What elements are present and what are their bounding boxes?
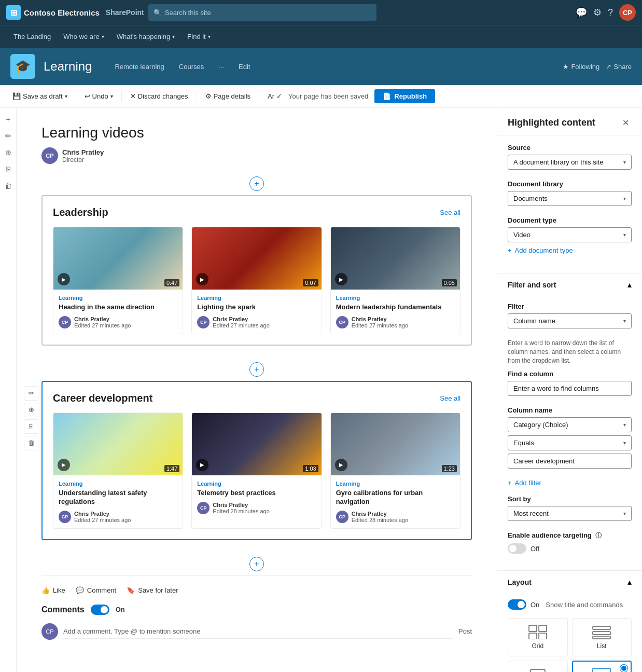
video-card[interactable]: ▶ 1:03 Learning Telemetry best practices… xyxy=(191,413,322,529)
settings-icon[interactable]: ⚙ xyxy=(593,7,602,18)
ar-button[interactable]: Ar ✓ xyxy=(263,90,286,102)
video-author: CP Chris Pratley Edited 27 minutes ago xyxy=(59,511,177,523)
search-input[interactable] xyxy=(165,9,371,17)
edit-section-button[interactable]: ✏ xyxy=(24,386,38,401)
main-container: + ✏ ⊕ ⎘ 🗑 Learning videos CP Chris Pratl… xyxy=(0,108,642,672)
filter-sort-header[interactable]: Filter and sort ▴ xyxy=(497,273,642,296)
move-icon[interactable]: ⊕ xyxy=(1,145,16,160)
play-button[interactable]: ▶ xyxy=(196,273,208,285)
comments-toggle[interactable] xyxy=(91,605,109,615)
save-later-button[interactable]: 🔖 Save for later xyxy=(127,586,178,594)
right-panel: Highlighted content ✕ Source A document … xyxy=(497,108,642,672)
chat-icon[interactable]: 💬 xyxy=(576,7,587,18)
add-filter-button[interactable]: + Add filter xyxy=(508,479,632,487)
sitenav2-courses[interactable]: Courses xyxy=(173,60,210,74)
doc-type-dropdown[interactable]: Video ▾ xyxy=(508,227,632,242)
close-button[interactable]: ✕ xyxy=(619,116,632,129)
video-author-avatar: CP xyxy=(336,511,348,523)
add-below-button[interactable]: + xyxy=(249,557,264,571)
undo-button[interactable]: ↩ Undo ▾ xyxy=(80,90,117,102)
audience-toggle[interactable] xyxy=(508,543,526,554)
video-card[interactable]: ▶ 0:05 Learning Modern leadership fundam… xyxy=(330,227,460,334)
play-button[interactable]: ▶ xyxy=(58,459,70,471)
page-details-button[interactable]: ⚙ Page details xyxy=(201,90,255,102)
column-name-dropdown[interactable]: Category (Choice) ▾ xyxy=(508,417,632,432)
following-button[interactable]: ★ Following xyxy=(563,63,599,71)
layout-option-list[interactable]: List xyxy=(572,618,632,656)
chevron-down-icon: ▾ xyxy=(623,511,626,516)
video-category: Learning xyxy=(336,481,455,487)
video-info: Learning Modern leadership fundamentals … xyxy=(331,290,460,334)
sitenav-landing[interactable]: The Landing xyxy=(8,25,56,48)
filter-value-input[interactable] xyxy=(508,454,632,469)
site-navigation: The Landing Who we are ▾ What's happenin… xyxy=(0,25,642,48)
copy-section-button[interactable]: ⎘ xyxy=(24,419,38,434)
video-info: Learning Understanding latest safety reg… xyxy=(53,475,183,528)
layout-option-carousel[interactable]: Carousel xyxy=(508,661,568,672)
ar-icon: Ar xyxy=(268,92,274,100)
sitenav2-remote[interactable]: Remote learning xyxy=(108,60,170,74)
help-icon[interactable]: ? xyxy=(608,7,613,18)
sitenav2-more[interactable]: ··· xyxy=(212,60,230,74)
video-card[interactable]: ▶ 0:47 Learning Heading in the same dire… xyxy=(53,227,183,334)
author-name: Chris Pratley xyxy=(62,148,104,156)
discard-button[interactable]: ✕ Discard changes xyxy=(126,90,192,102)
video-card[interactable]: ▶ 0:07 Learning Lighting the spark CP Ch… xyxy=(191,227,322,334)
layout-option-grid[interactable]: Grid xyxy=(508,618,568,656)
video-card[interactable]: ▶ 1:23 Learning Gyro calibrations for ur… xyxy=(330,413,460,529)
filter-dropdown[interactable]: Column name ▾ xyxy=(508,313,632,328)
sitenav-findit[interactable]: Find it ▾ xyxy=(182,25,215,48)
save-draft-button[interactable]: 💾 Save as draft ▾ xyxy=(8,90,72,102)
dropdown-arrow[interactable]: ▾ xyxy=(65,93,67,99)
layout-header[interactable]: Layout ▴ xyxy=(497,570,642,593)
like-button[interactable]: 👍 Like xyxy=(41,586,65,594)
sitenav-happening[interactable]: What's happening ▾ xyxy=(111,25,180,48)
edit-icon[interactable]: ✏ xyxy=(1,129,16,143)
find-column-input[interactable] xyxy=(508,381,632,396)
video-thumbnail: ▶ 1:47 xyxy=(53,413,183,475)
doc-library-dropdown[interactable]: Documents ▾ xyxy=(508,191,632,206)
video-edited: Edited 28 minutes ago xyxy=(213,508,269,514)
app-logo[interactable]: ⊞ Contoso Electronics SharePoint xyxy=(6,5,144,20)
post-button[interactable]: Post xyxy=(458,627,472,635)
sitenav-landing-label: The Landing xyxy=(13,33,51,40)
video-duration: 1:47 xyxy=(164,465,179,472)
move-section-button[interactable]: ⊕ xyxy=(24,403,38,417)
dropdown-arrow[interactable]: ▾ xyxy=(110,93,113,99)
chevron-down-icon: ▾ xyxy=(623,232,626,238)
add-doc-type-button[interactable]: + Add document type xyxy=(508,246,632,254)
comment-button[interactable]: 💬 Comment xyxy=(76,586,116,594)
avatar[interactable]: CP xyxy=(619,4,636,21)
add-section-icon[interactable]: + xyxy=(1,112,16,127)
layout-grid-label: Grid xyxy=(532,642,543,650)
doc-type-label: Document type xyxy=(508,216,632,224)
play-button[interactable]: ▶ xyxy=(335,459,347,471)
video-card[interactable]: ▶ 1:47 Learning Understanding latest saf… xyxy=(53,413,183,529)
copy-icon[interactable]: ⎘ xyxy=(1,162,16,176)
layout-option-filmstrip[interactable]: Filmstrip xyxy=(572,661,632,672)
equals-dropdown[interactable]: Equals ▾ xyxy=(508,435,632,450)
app-grid-icon: ⊞ xyxy=(6,5,21,20)
delete-section-button[interactable]: 🗑 xyxy=(24,436,38,450)
play-button[interactable]: ▶ xyxy=(58,273,70,285)
sitenav-whoweare[interactable]: Who we are ▾ xyxy=(58,25,109,48)
see-all-button[interactable]: See all xyxy=(440,209,460,216)
see-all-button[interactable]: See all xyxy=(440,394,460,402)
republish-button[interactable]: 📄 Republish xyxy=(374,89,435,103)
plus-icon: + xyxy=(508,479,512,487)
source-dropdown[interactable]: A document library on this site ▾ xyxy=(508,155,632,170)
play-button[interactable]: ▶ xyxy=(335,273,347,285)
sort-by-dropdown[interactable]: Most recent ▾ xyxy=(508,506,632,521)
details-icon: ⚙ xyxy=(205,92,212,100)
search-bar[interactable]: 🔍 xyxy=(148,4,376,21)
add-between-button[interactable]: + xyxy=(249,362,264,377)
source-label: Source xyxy=(508,144,632,152)
show-title-toggle[interactable] xyxy=(508,599,526,610)
toolbar-divider xyxy=(76,91,76,102)
comment-input[interactable] xyxy=(63,624,453,639)
play-button[interactable]: ▶ xyxy=(196,459,208,471)
share-button[interactable]: ↗ Share xyxy=(606,63,632,71)
add-above-button[interactable]: + xyxy=(249,176,264,191)
sitenav2-edit[interactable]: Edit xyxy=(232,60,256,74)
delete-icon[interactable]: 🗑 xyxy=(1,179,16,193)
